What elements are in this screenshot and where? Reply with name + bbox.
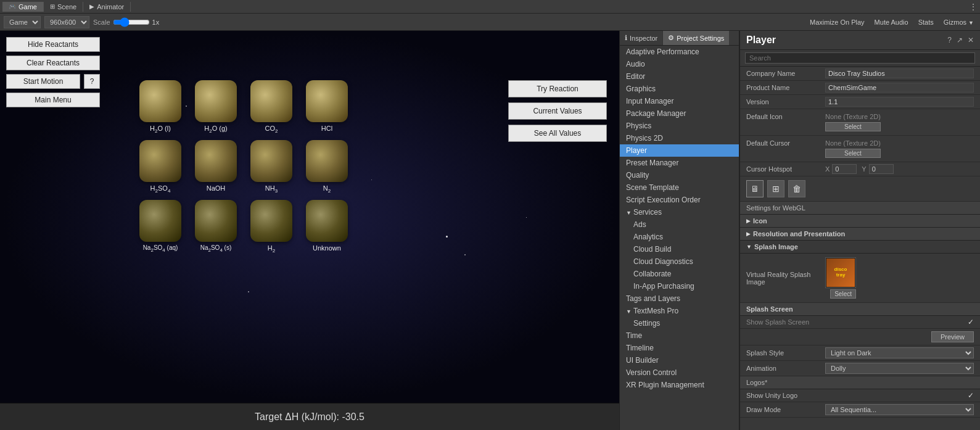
list-item: H2O (g): [191, 80, 241, 134]
sidebar-item-settings[interactable]: Settings: [620, 317, 739, 329]
sidebar-item-physics_2d[interactable]: Physics 2D: [620, 132, 739, 144]
more-options-icon[interactable]: ⋮: [969, 2, 978, 12]
list-item: Na2SO4 (aq): [136, 200, 185, 254]
main-content: Hide Reactants Clear Reactants Start Mot…: [0, 31, 980, 430]
chemical-orb-hcl[interactable]: [306, 80, 348, 122]
scale-slider[interactable]: [113, 19, 150, 26]
product-name-input[interactable]: [825, 83, 974, 93]
hide-reactants-btn[interactable]: Hide Reactants: [6, 37, 100, 52]
help-circle-icon[interactable]: ?: [947, 36, 952, 44]
sidebar-item-ui_builder[interactable]: UI Builder: [620, 354, 739, 366]
sidebar-item-audio[interactable]: Audio: [620, 58, 739, 70]
gizmos-btn[interactable]: Gizmos ▼: [941, 17, 976, 27]
sidebar-item-editor[interactable]: Editor: [620, 70, 739, 83]
animation-select[interactable]: Dolly Crossfade: [825, 363, 974, 374]
sidebar-item-in_app_purchasing[interactable]: In-App Purchasing: [620, 280, 739, 292]
game-canvas[interactable]: Hide Reactants Clear Reactants Start Mot…: [0, 31, 619, 403]
show-splash-screen-row: Show Splash Screen ✓: [740, 316, 980, 329]
sidebar-item-ads[interactable]: Ads: [620, 218, 739, 231]
tab-animator[interactable]: ▶ Animator: [83, 2, 131, 12]
resolution-select[interactable]: 960x600: [44, 16, 89, 28]
version-row: Version: [740, 95, 980, 109]
splash-section-arrow: ▼: [746, 244, 752, 250]
platform-trash-icon[interactable]: 🗑: [788, 180, 805, 197]
chemical-orb-na2so4-aq[interactable]: [139, 200, 181, 242]
default-cursor-select-btn[interactable]: Select: [825, 149, 881, 158]
mute-audio-btn[interactable]: Mute Audio: [872, 17, 911, 27]
splash-style-select[interactable]: Light on Dark Dark on Light: [825, 347, 974, 358]
default-icon-select-btn[interactable]: Select: [825, 122, 881, 131]
animator-icon: ▶: [89, 3, 94, 10]
sidebar-item-scene_template[interactable]: Scene Template: [620, 181, 739, 194]
see-all-values-btn[interactable]: See All Values: [508, 125, 607, 142]
chemical-label-h2o-g: H2O (g): [204, 125, 227, 134]
platform-monitor-icon[interactable]: 🖥: [746, 180, 764, 197]
chemical-label-n2: N2: [323, 184, 331, 194]
current-values-btn[interactable]: Current Values: [508, 102, 607, 120]
sidebar-item-textmesh_pro[interactable]: ▼TextMesh Pro: [620, 305, 739, 317]
vr-splash-thumb[interactable]: discotray: [825, 257, 856, 288]
draw-mode-select[interactable]: All Sequentia... All Simultaneously: [825, 404, 974, 415]
preview-btn[interactable]: Preview: [931, 331, 974, 342]
sidebar-item-quality[interactable]: Quality: [620, 169, 739, 181]
sidebar-item-collaborate[interactable]: Collaborate: [620, 268, 739, 280]
tab-scene-label: Scene: [57, 3, 76, 10]
chemical-orb-nh3[interactable]: [250, 140, 292, 182]
inspector-tab[interactable]: ℹ Inspector: [620, 31, 663, 45]
cursor-x-label: X: [825, 165, 830, 173]
company-name-input[interactable]: [825, 68, 974, 78]
cursor-y-input[interactable]: [869, 164, 894, 174]
sidebar-item-graphics[interactable]: Graphics: [620, 83, 739, 95]
try-reaction-btn[interactable]: Try Reaction: [508, 80, 607, 97]
chemical-label-na2so4-s: Na2SO4 (s): [200, 244, 232, 253]
stats-btn[interactable]: Stats: [916, 17, 936, 27]
chemical-orb-h2o-l[interactable]: [139, 80, 181, 122]
sidebar-item-adaptive_performance[interactable]: Adaptive Performance: [620, 46, 739, 58]
tab-scene[interactable]: ⊞ Scene: [44, 2, 83, 12]
sidebar-item-physics[interactable]: Physics: [620, 120, 739, 132]
vr-splash-control: discotray Select: [825, 257, 856, 299]
sidebar-item-time[interactable]: Time: [620, 329, 739, 342]
mode-select[interactable]: Game: [4, 16, 41, 28]
vr-splash-select-btn[interactable]: Select: [830, 289, 856, 299]
help-btn[interactable]: ?: [84, 74, 100, 89]
chemical-orb-h2[interactable]: [250, 200, 292, 242]
sidebar-item-script_execution_order[interactable]: Script Execution Order: [620, 194, 739, 206]
sidebar-item-cloud_build[interactable]: Cloud Build: [620, 243, 739, 255]
chemical-orb-co2[interactable]: [250, 80, 292, 122]
list-item: NH3: [247, 140, 296, 194]
chemical-orb-h2so4[interactable]: [139, 140, 181, 182]
start-motion-btn[interactable]: Start Motion: [6, 74, 80, 89]
sidebar-item-player[interactable]: Player: [620, 144, 739, 157]
version-input[interactable]: [825, 97, 974, 107]
chemical-orb-h2o-g[interactable]: [195, 80, 237, 122]
sidebar-item-package_manager[interactable]: Package Manager: [620, 107, 739, 120]
project-settings-tab[interactable]: ⚙ Project Settings: [663, 31, 729, 45]
icon-section-header[interactable]: ▶ Icon: [740, 215, 980, 228]
search-input[interactable]: [745, 52, 975, 64]
sidebar-item-version_control[interactable]: Version Control: [620, 366, 739, 379]
sidebar-item-xr_plugin_management[interactable]: XR Plugin Management: [620, 379, 739, 391]
splash-image-section-header[interactable]: ▼ Splash Image: [740, 241, 980, 254]
game-viewport: Hide Reactants Clear Reactants Start Mot…: [0, 31, 619, 430]
sidebar-item-analytics[interactable]: Analytics: [620, 231, 739, 243]
main-menu-btn[interactable]: Main Menu: [6, 93, 100, 107]
expand-icon[interactable]: ↗: [957, 36, 963, 44]
sidebar-item-tags_and_layers[interactable]: Tags and Layers: [620, 292, 739, 305]
sidebar-item-cloud_diagnostics[interactable]: Cloud Diagnostics: [620, 255, 739, 268]
chemical-orb-na2so4-s[interactable]: [195, 200, 237, 242]
sidebar-item-timeline[interactable]: Timeline: [620, 342, 739, 354]
chemical-orb-unknown[interactable]: [306, 200, 348, 242]
resolution-section-header[interactable]: ▶ Resolution and Presentation: [740, 228, 980, 241]
tab-game[interactable]: 🎮 Game: [2, 2, 44, 12]
cursor-x-input[interactable]: [832, 164, 857, 174]
chemical-orb-naoh[interactable]: [195, 140, 237, 182]
platform-windows-icon[interactable]: ⊞: [767, 180, 784, 197]
sidebar-item-preset_manager[interactable]: Preset Manager: [620, 157, 739, 169]
sidebar-item-input_manager[interactable]: Input Manager: [620, 95, 739, 107]
close-icon[interactable]: ✕: [968, 36, 974, 44]
maximize-on-play-btn[interactable]: Maximize On Play: [807, 17, 867, 27]
sidebar-item-services[interactable]: ▼Services: [620, 206, 739, 218]
chemical-orb-n2[interactable]: [306, 140, 348, 182]
clear-reactants-btn[interactable]: Clear Reactants: [6, 56, 100, 70]
